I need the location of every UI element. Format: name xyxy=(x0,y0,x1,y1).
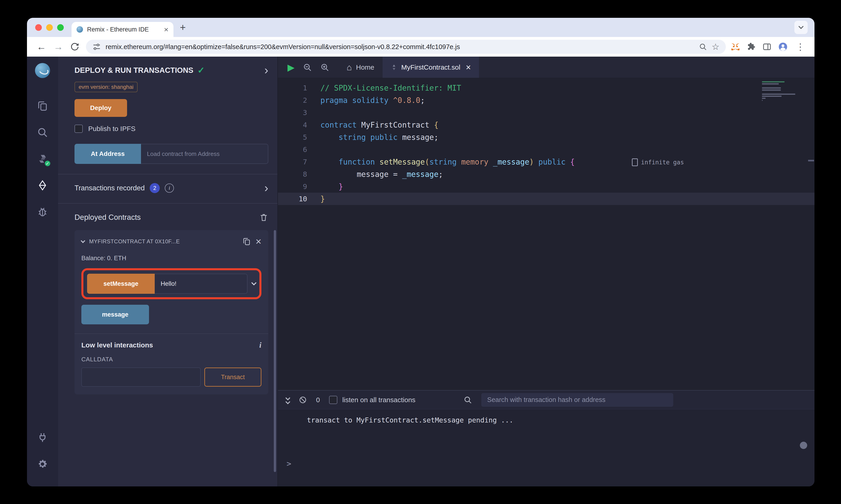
code-line[interactable]: 1// SPDX-License-Identifier: MIT xyxy=(278,82,814,94)
zoom-in-icon[interactable] xyxy=(320,63,329,72)
file-explorer-icon[interactable] xyxy=(36,100,49,112)
calldata-label: CALLDATA xyxy=(81,356,261,363)
solidity-compiler-icon[interactable]: ✓ xyxy=(36,152,49,165)
plugin-manager-icon[interactable] xyxy=(36,431,49,444)
profile-avatar[interactable] xyxy=(778,42,788,52)
check-icon: ✓ xyxy=(198,65,205,75)
tab-myfirstcontract[interactable]: MyFirstContract.sol × xyxy=(382,57,479,78)
line-number: 7 xyxy=(278,158,321,166)
close-window-button[interactable] xyxy=(35,24,42,31)
line-number: 4 xyxy=(278,121,321,129)
expand-params-icon[interactable] xyxy=(252,280,257,286)
tab-file-label: MyFirstContract.sol xyxy=(401,64,460,71)
zoom-icon[interactable] xyxy=(699,43,707,51)
trash-icon[interactable] xyxy=(259,213,268,222)
code-line[interactable]: 9 } xyxy=(278,180,814,193)
panel-scrollbar[interactable] xyxy=(274,230,276,472)
terminal: 0 listen on all transactions transact to… xyxy=(278,390,814,486)
code-line[interactable]: 3 xyxy=(278,106,814,119)
divider xyxy=(58,203,277,204)
line-number: 5 xyxy=(278,133,321,141)
deploy-run-icon[interactable] xyxy=(36,179,49,192)
panel-expand-icon[interactable]: › xyxy=(264,66,268,75)
reload-icon xyxy=(70,42,80,52)
deployed-contract-card: MYFIRSTCONTRACT AT 0X10F...E × Balance: … xyxy=(74,230,268,394)
terminal-log-line[interactable]: transact to MyFirstContract.setMessage p… xyxy=(278,409,814,424)
transact-button[interactable]: Transact xyxy=(204,367,261,387)
zoom-out-icon[interactable] xyxy=(303,63,312,72)
info-icon[interactable]: i xyxy=(165,183,174,193)
line-number: 9 xyxy=(278,182,321,191)
browser-toolbar: ← → remix.ethereum.org/#lang=en&optimize… xyxy=(27,37,814,57)
back-button[interactable]: ← xyxy=(33,42,50,52)
remix-app: ✓ DEPLOY & RUN TRANSACTIONS ✓ xyxy=(27,57,814,486)
divider xyxy=(74,334,268,334)
clear-console-icon[interactable] xyxy=(299,396,307,404)
listen-all-checkbox[interactable] xyxy=(329,396,337,404)
tab-search-button[interactable] xyxy=(794,21,808,34)
run-script-icon[interactable]: ▶ xyxy=(288,63,295,72)
url-text[interactable]: remix.ethereum.org/#lang=en&optimize=fal… xyxy=(106,43,694,51)
metamask-icon[interactable] xyxy=(731,42,740,52)
line-number: 8 xyxy=(278,170,321,178)
rail-bottom-group xyxy=(36,424,49,477)
code-line[interactable]: 8 message = _message; xyxy=(278,168,814,180)
message-getter-button[interactable]: message xyxy=(81,305,149,324)
search-plugin-icon[interactable] xyxy=(36,126,49,139)
tab-close-icon[interactable]: × xyxy=(164,25,168,33)
tab-close-icon[interactable]: × xyxy=(466,63,471,72)
solidity-file-icon xyxy=(391,64,397,71)
code-line[interactable]: 5 string public message; xyxy=(278,131,814,143)
code-line[interactable]: 6 xyxy=(278,143,814,156)
low-level-info-icon[interactable]: i xyxy=(259,341,261,349)
copy-address-icon[interactable] xyxy=(242,237,251,246)
code-line[interactable]: 4contract MyFirstContract { xyxy=(278,119,814,131)
set-message-input[interactable] xyxy=(155,274,247,294)
tab-home[interactable]: ⌂ Home xyxy=(339,57,382,78)
home-icon: ⌂ xyxy=(347,63,352,72)
load-contract-input[interactable] xyxy=(141,144,268,164)
minimize-window-button[interactable] xyxy=(46,24,53,31)
set-message-button[interactable]: setMessage xyxy=(87,274,155,294)
sidebar-toggle-icon[interactable] xyxy=(762,42,772,51)
settings-gear-icon[interactable] xyxy=(36,458,49,470)
browser-menu-icon[interactable]: ⋮ xyxy=(794,42,806,51)
main-area: ▶ ⌂ Home MyFirstContract.sol xyxy=(278,57,814,486)
contract-collapse-icon[interactable] xyxy=(81,238,85,243)
address-bar[interactable]: remix.ethereum.org/#lang=en&optimize=fal… xyxy=(86,40,726,54)
transactions-expand-icon[interactable]: › xyxy=(264,183,268,193)
code-line[interactable]: 7 function setMessage(string memory _mes… xyxy=(278,156,814,168)
maximize-window-button[interactable] xyxy=(57,24,64,31)
terminal-prompt[interactable]: > xyxy=(287,459,291,468)
code-line[interactable]: 2pragma solidity ^0.8.0; xyxy=(278,94,814,106)
new-tab-button[interactable]: + xyxy=(180,22,186,32)
listen-all-label: listen on all transactions xyxy=(342,396,415,404)
publish-ipfs-checkbox[interactable] xyxy=(74,125,83,133)
code-line[interactable]: 10} xyxy=(278,193,814,205)
low-level-title: Low level interactions xyxy=(81,341,153,349)
toolbar-extensions-area: ⋮ xyxy=(729,42,809,52)
reload-button[interactable] xyxy=(67,42,83,52)
site-info-icon[interactable] xyxy=(92,42,101,51)
remix-favicon-icon xyxy=(76,26,83,33)
terminal-search-icon xyxy=(463,396,472,404)
deploy-button[interactable]: Deploy xyxy=(74,99,127,117)
forward-button[interactable]: → xyxy=(50,42,67,52)
transactions-count-badge: 2 xyxy=(150,183,160,193)
calldata-input[interactable] xyxy=(81,367,201,387)
debugger-icon[interactable] xyxy=(36,205,49,218)
terminal-scroll-knob[interactable] xyxy=(800,442,807,449)
browser-tab[interactable]: Remix - Ethereum IDE × xyxy=(71,22,173,37)
at-address-button[interactable]: At Address xyxy=(74,144,141,164)
code-editor[interactable]: 1// SPDX-License-Identifier: MIT2pragma … xyxy=(278,78,814,390)
extensions-puzzle-icon[interactable] xyxy=(747,42,756,51)
bookmark-star-icon[interactable]: ☆ xyxy=(711,42,719,51)
terminal-collapse-icon[interactable] xyxy=(286,396,290,403)
remix-logo-icon[interactable] xyxy=(35,63,50,78)
editor-scrollbar[interactable] xyxy=(808,160,814,161)
browser-tab-title: Remix - Ethereum IDE xyxy=(87,26,160,33)
traffic-lights xyxy=(27,24,64,31)
terminal-search-input[interactable] xyxy=(481,393,673,407)
editor-minimap[interactable] xyxy=(762,81,796,101)
remove-contract-icon[interactable]: × xyxy=(256,236,261,247)
